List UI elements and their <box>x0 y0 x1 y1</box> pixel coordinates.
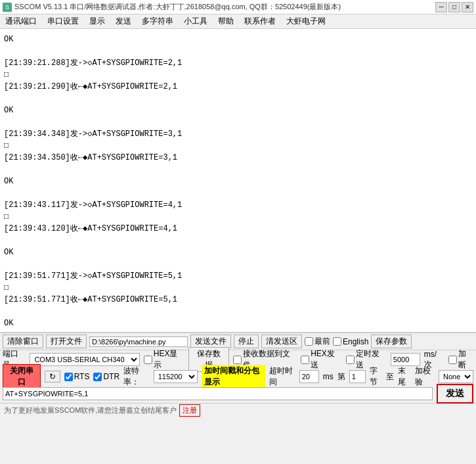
port-select[interactable]: COM3 USB-SERIAL CH340 <box>30 353 139 366</box>
menu-multi-string[interactable]: 多字符串 <box>139 15 176 28</box>
timeout-input[interactable] <box>299 370 319 383</box>
clear-window-button[interactable]: 清除窗口 <box>3 335 43 348</box>
title-bar-left: S SSCOM V5.13.1 串口/网络数据调试器,作者:大虾丁丁,26180… <box>3 2 341 12</box>
timed-send-checkbox[interactable] <box>346 356 355 364</box>
last-checkbox[interactable] <box>305 337 313 346</box>
bottom-panel: 端口号 COM3 USB-SERIAL CH340 HEX显示 保存数据 接收数… <box>0 350 476 403</box>
checksum-label: 加校验 <box>415 365 435 388</box>
hex-display-text: HEX显示 <box>154 348 185 371</box>
add-newline-checkbox[interactable] <box>448 356 457 364</box>
log-area: OK [21:28:29.161]发->◇AT+SYSIOMAP=10,12,1… <box>0 29 476 333</box>
timed-interval-input[interactable] <box>391 353 420 366</box>
app-title: SSCOM V5.13.1 串口/网络数据调试器,作者:大虾丁丁,2618058… <box>14 2 341 12</box>
menu-help[interactable]: 帮助 <box>215 15 236 28</box>
timeout-label: 超时时间 <box>269 365 295 388</box>
last-label: 最前 <box>314 336 330 347</box>
clear-send-button[interactable]: 清发送区 <box>261 335 302 348</box>
menu-display[interactable]: 显示 <box>87 15 108 28</box>
dtr-checkbox[interactable] <box>93 373 102 381</box>
hex-send-checkbox[interactable] <box>301 356 309 364</box>
app-icon: S <box>3 3 12 12</box>
footer-note: 为了更好地发展SSCOM软件,请您注册嘉立创结尾客户 注册 <box>0 403 476 417</box>
file-path-input[interactable] <box>89 336 188 347</box>
hex-send-label[interactable]: HEX发送 <box>301 348 342 371</box>
send-file-button[interactable]: 发送文件 <box>190 335 231 348</box>
english-checkbox-label[interactable]: English <box>333 337 368 346</box>
dtr-text: DTR <box>103 372 119 381</box>
close-button[interactable]: ✕ <box>462 2 473 12</box>
window-controls: ─ □ ✕ <box>435 2 473 12</box>
recv-file-checkbox[interactable] <box>233 356 242 364</box>
maximize-button[interactable]: □ <box>448 2 460 12</box>
hex-display-label[interactable]: HEX显示 <box>144 348 185 371</box>
byte-label: 第 <box>337 371 345 383</box>
baud-select[interactable]: 115200 <box>154 370 198 383</box>
add-newline-label[interactable]: 加断 <box>448 348 473 371</box>
dtr-label[interactable]: DTR <box>93 372 119 381</box>
end-label: 末尾 <box>398 365 411 388</box>
bottom-row2: 关闭串口 ↻ RTS DTR 波特率： 115200 加时间戳和分包显示 超时时… <box>3 369 473 384</box>
toggle-port-button[interactable]: 关闭串口 <box>3 364 41 389</box>
menu-port[interactable]: 通讯端口 <box>3 15 39 28</box>
english-label: English <box>343 337 368 346</box>
bottom-row3: 发送 <box>3 386 473 402</box>
timeout-unit: ms <box>323 372 334 381</box>
stop-button[interactable]: 停止 <box>234 335 259 348</box>
register-button[interactable]: 注册 <box>179 404 200 417</box>
hex-display-checkbox[interactable] <box>144 356 152 364</box>
title-bar: S SSCOM V5.13.1 串口/网络数据调试器,作者:大虾丁丁,26180… <box>0 0 476 14</box>
rts-checkbox[interactable] <box>64 373 73 381</box>
rts-label[interactable]: RTS <box>64 372 90 381</box>
save-params-button[interactable]: 保存参数 <box>371 335 412 348</box>
baud-label: 波特率： <box>123 365 150 388</box>
menu-website[interactable]: 大虾电子网 <box>284 15 328 28</box>
english-checkbox[interactable] <box>333 337 341 346</box>
add-newline-text: 加断 <box>458 348 473 371</box>
menu-serial-settings[interactable]: 串口设置 <box>45 15 81 28</box>
rts-text: RTS <box>74 372 90 381</box>
minimize-button[interactable]: ─ <box>435 2 447 12</box>
timestamp-label: 加时间戳和分包显示 <box>202 365 265 388</box>
menu-tools[interactable]: 小工具 <box>181 15 210 28</box>
start-label: 至 <box>386 371 394 383</box>
send-button[interactable]: 发送 <box>437 384 473 404</box>
menu-bar: 通讯端口 串口设置 显示 发送 多字符串 小工具 帮助 联系作者 大虾电子网 <box>0 14 476 29</box>
refresh-port-button[interactable]: ↻ <box>45 371 60 383</box>
last-checkbox-label[interactable]: 最前 <box>305 336 330 347</box>
open-file-button[interactable]: 打开文件 <box>46 335 87 348</box>
footer-text: 为了更好地发展SSCOM软件,请您注册嘉立创结尾客户 <box>4 406 177 415</box>
menu-send[interactable]: 发送 <box>113 15 134 28</box>
bottom-toolbar: 清除窗口 打开文件 发送文件 停止 清发送区 最前 English 保存参数 <box>0 333 476 350</box>
send-input[interactable] <box>3 387 433 400</box>
byte-value-input[interactable] <box>349 370 366 383</box>
hex-send-text: HEX发送 <box>311 348 342 371</box>
menu-contact[interactable]: 联系作者 <box>242 15 278 28</box>
checksum-select[interactable]: None <box>439 370 473 383</box>
byte-unit: 字节 <box>370 365 383 388</box>
